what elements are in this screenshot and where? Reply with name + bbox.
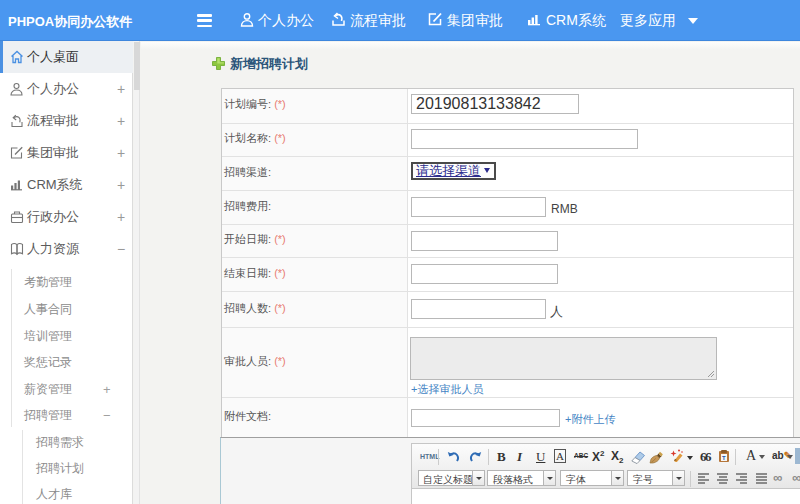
svg-text:T: T: [722, 455, 726, 461]
